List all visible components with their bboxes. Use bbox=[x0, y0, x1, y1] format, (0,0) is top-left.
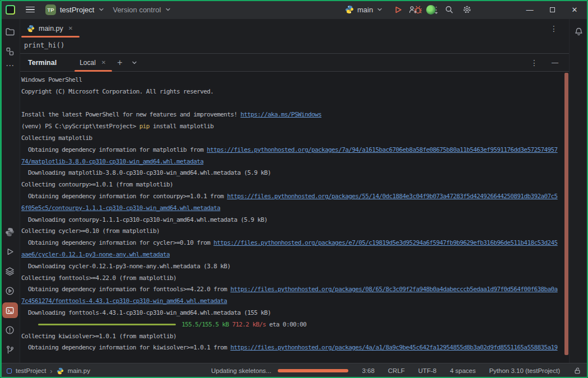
pycharm-logo-icon bbox=[6, 5, 15, 15]
download-progress-bar bbox=[38, 324, 176, 325]
terminal-line: Downloading matplotlib-3.8.0-cp310-cp310… bbox=[21, 167, 569, 179]
terminal-text: Copyright (C) Microsoft Corporation. All… bbox=[21, 88, 213, 95]
terminal-text bbox=[21, 321, 38, 328]
terminal-link[interactable]: aae6/cycler-0.12.1-py3-none-any.whl.meta… bbox=[21, 251, 170, 258]
terminal-link[interactable]: 7c4561274/fonttools-4.43.1-cp310-cp310-w… bbox=[21, 297, 227, 305]
terminal-link[interactable]: https://files.pythonhosted.org/packages/… bbox=[213, 239, 557, 246]
terminal-text: eta 0:00:00 bbox=[266, 321, 306, 328]
tab-close-icon[interactable]: ✕ bbox=[67, 24, 74, 32]
run-button[interactable] bbox=[390, 2, 405, 17]
terminal-text: Obtaining dependency information for kiw… bbox=[21, 344, 230, 351]
terminal-text: Install the latest PowerShell for new fe… bbox=[21, 111, 240, 118]
interpreter-widget[interactable]: Python 3.10 (testProject) bbox=[489, 367, 560, 374]
caret-position-widget[interactable]: 3:68 bbox=[362, 367, 374, 374]
main-menu-icon[interactable] bbox=[23, 3, 38, 16]
editor-code-area[interactable]: print_hi() bbox=[20, 38, 569, 53]
terminal-tab-local[interactable]: Local ✕ bbox=[73, 54, 113, 71]
tab-label: main.py bbox=[39, 25, 63, 32]
terminal-text: (venv) PS C:\pyScript\testProject> bbox=[21, 123, 139, 130]
line-separator-widget[interactable]: CRLF bbox=[388, 367, 405, 374]
terminal-line: 155.5/155.5 kB 712.2 kB/s eta 0:00:00 bbox=[21, 319, 569, 331]
tab-options-icon[interactable]: ⋮ bbox=[548, 24, 560, 33]
new-terminal-icon[interactable]: + bbox=[113, 58, 126, 68]
terminal-tab-label: Local bbox=[80, 59, 96, 67]
terminal-tool-icon[interactable] bbox=[2, 302, 18, 318]
terminal-link[interactable]: https://files.pythonhosted.org/packages/… bbox=[227, 193, 557, 200]
terminal-type-chevron-icon[interactable] bbox=[131, 59, 138, 66]
terminal-text: 712.2 kB/s bbox=[232, 321, 266, 328]
terminal-line: Collecting cycler>=0.10 (from matplotlib… bbox=[21, 226, 569, 237]
terminal-line: (venv) PS C:\pyScript\testProject> pip i… bbox=[21, 121, 569, 133]
project-tool-icon[interactable] bbox=[2, 24, 18, 39]
vcs-menu[interactable]: Version control bbox=[113, 6, 171, 14]
notifications-bell-icon[interactable] bbox=[571, 24, 587, 39]
problems-tool-icon[interactable] bbox=[2, 322, 18, 338]
terminal-link[interactable]: 74/matplotlib-3.8.0-cp310-cp310-win_amd6… bbox=[21, 158, 203, 165]
structure-tool-icon[interactable] bbox=[2, 43, 18, 59]
project-module-icon bbox=[7, 368, 12, 374]
python-icon bbox=[57, 367, 64, 375]
vcs-label: Version control bbox=[113, 6, 161, 14]
title-bar: TP testProject Version control main bbox=[0, 0, 588, 19]
add-user-icon[interactable] bbox=[408, 5, 417, 14]
breadcrumb-project[interactable]: testProject bbox=[16, 367, 46, 374]
terminal-line: Copyright (C) Microsoft Corporation. All… bbox=[21, 86, 569, 98]
terminal-link[interactable]: https://aka.ms/PSWindows bbox=[240, 111, 321, 118]
breadcrumb[interactable]: testProject › main.py bbox=[7, 367, 90, 375]
tab-main-py[interactable]: main.py ✕ bbox=[20, 19, 81, 38]
terminal-link[interactable]: https://files.pythonhosted.org/packages/… bbox=[207, 146, 557, 153]
terminal-text: Downloading cycler-0.12.1-py3-none-any.w… bbox=[21, 263, 230, 270]
progress-label: Updating skeletons... bbox=[211, 367, 271, 374]
encoding-widget[interactable]: UTF-8 bbox=[418, 367, 437, 374]
terminal-text: Windows PowerShell bbox=[21, 76, 82, 83]
editor-tab-bar: main.py ✕ ⋮ bbox=[20, 19, 569, 38]
terminal-line bbox=[21, 98, 569, 110]
terminal-line: Downloading cycler-0.12.1-py3-none-any.w… bbox=[21, 261, 569, 273]
close-window-button[interactable]: ✕ bbox=[563, 0, 586, 19]
terminal-options-icon[interactable]: ⋮ bbox=[526, 58, 542, 67]
search-icon[interactable] bbox=[445, 5, 454, 14]
terminal-link[interactable]: https://files.pythonhosted.org/packages/… bbox=[230, 286, 557, 293]
run-configuration-selector[interactable]: main bbox=[343, 3, 385, 16]
progress-bar bbox=[278, 369, 348, 372]
terminal-line: Windows PowerShell bbox=[21, 74, 569, 86]
project-selector[interactable]: TP testProject bbox=[45, 4, 105, 15]
maximize-icon bbox=[550, 7, 555, 12]
background-task: Updating skeletons... bbox=[211, 367, 348, 374]
terminal-line: Obtaining dependency information for con… bbox=[21, 191, 569, 203]
terminal-scrollbar[interactable] bbox=[564, 73, 568, 355]
breadcrumb-file[interactable]: main.py bbox=[68, 367, 90, 374]
terminal-text: Collecting contourpy>=1.0.1 (from matplo… bbox=[21, 181, 173, 188]
services-tool-icon[interactable] bbox=[2, 263, 18, 279]
chevron-down-icon bbox=[376, 6, 383, 13]
git-tool-icon[interactable] bbox=[2, 342, 18, 357]
terminal-line: Collecting contourpy>=1.0.1 (from matplo… bbox=[21, 179, 569, 191]
lock-icon[interactable] bbox=[573, 367, 581, 375]
maximize-window-button[interactable] bbox=[541, 0, 563, 19]
hide-panel-icon[interactable]: — bbox=[548, 59, 562, 67]
terminal-text: Downloading fonttools-4.43.1-cp310-cp310… bbox=[21, 309, 271, 316]
python-packages-tool-icon[interactable] bbox=[2, 224, 18, 240]
terminal-line: Obtaining dependency information for kiw… bbox=[21, 342, 569, 354]
indent-widget[interactable]: 4 spaces bbox=[450, 367, 475, 374]
terminal-text: Collecting kiwisolver>=1.0.1 (from matpl… bbox=[21, 333, 176, 340]
terminal-panel-title: Terminal bbox=[26, 59, 59, 67]
run-anything-tool-icon[interactable] bbox=[2, 283, 18, 298]
terminal-link[interactable]: 6f05e5c5/contourpy-1.1.1-cp310-cp310-win… bbox=[21, 204, 220, 212]
more-tool-windows-icon[interactable]: ⋯ bbox=[6, 63, 14, 68]
terminal-text: install matplotlib bbox=[150, 123, 213, 130]
run-tool-icon[interactable] bbox=[2, 244, 18, 259]
terminal-link[interactable]: https://files.pythonhosted.org/packages/… bbox=[230, 344, 557, 351]
terminal-line: Downloading contourpy-1.1.1-cp310-cp310-… bbox=[21, 214, 569, 226]
terminal-text: Obtaining dependency information for cyc… bbox=[21, 239, 213, 246]
chevron-down-icon bbox=[165, 6, 171, 13]
settings-gear-icon[interactable] bbox=[463, 5, 472, 14]
terminal-line: Install the latest PowerShell for new fe… bbox=[21, 109, 569, 121]
right-tool-stripe bbox=[569, 19, 588, 363]
terminal-panel[interactable]: Windows PowerShellCopyright (C) Microsof… bbox=[20, 72, 569, 363]
code-with-me-avatar-icon[interactable] bbox=[426, 5, 436, 15]
terminal-tab-close-icon[interactable]: ✕ bbox=[100, 58, 107, 67]
terminal-text: Collecting matplotlib bbox=[21, 134, 92, 142]
minimize-window-button[interactable]: — bbox=[519, 0, 541, 19]
left-tool-stripe: ⋯ bbox=[0, 19, 20, 363]
